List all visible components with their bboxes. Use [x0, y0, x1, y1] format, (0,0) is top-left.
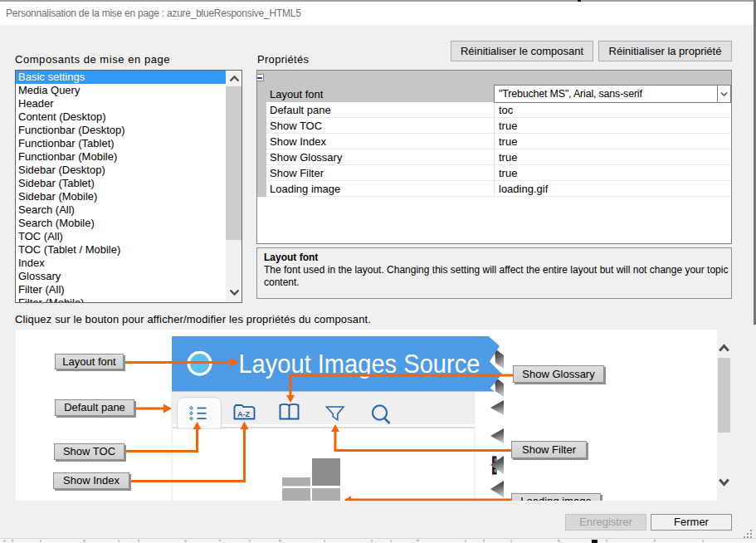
- svg-text:A-Z: A-Z: [237, 410, 250, 418]
